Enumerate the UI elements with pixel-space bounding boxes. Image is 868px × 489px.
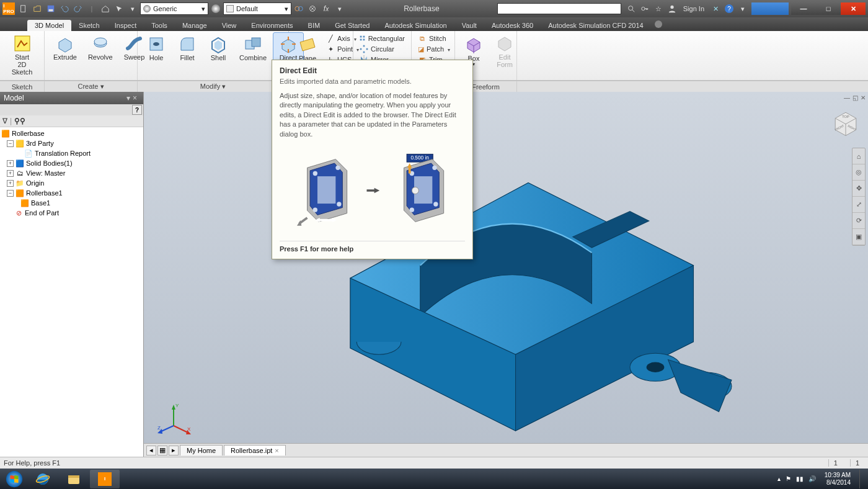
tree-end-of-part[interactable]: ⊘End of Part xyxy=(0,208,143,218)
tab-cfd[interactable]: Autodesk Simulation CFD 2014 xyxy=(541,20,650,31)
appearance-swatch-icon[interactable] xyxy=(210,2,222,15)
fillet-button[interactable]: Fillet xyxy=(172,32,202,63)
tab-get-started[interactable]: Get Started xyxy=(327,20,377,31)
tab-close-icon[interactable]: × xyxy=(275,447,278,454)
hole-button[interactable]: Hole xyxy=(141,32,171,63)
nav-home-icon[interactable]: ⌂ xyxy=(852,148,865,164)
tab-my-home[interactable]: My Home xyxy=(180,445,223,455)
stitch-button[interactable]: ⧉Stitch xyxy=(415,34,451,43)
nav-zoom-icon[interactable]: ⤢ xyxy=(852,197,865,213)
tree-origin[interactable]: +📁Origin xyxy=(0,178,143,188)
vp-close-icon[interactable]: ✕ xyxy=(861,94,866,101)
circular-button[interactable]: Circular xyxy=(357,44,407,54)
taskbar-explorer-icon[interactable] xyxy=(59,470,89,488)
taskbar-inventor-icon[interactable]: I xyxy=(90,470,120,488)
tab-inspect[interactable]: Inspect xyxy=(107,20,144,31)
key-icon[interactable] xyxy=(639,2,651,15)
tab-nav-next-icon[interactable]: ▸ xyxy=(169,446,179,455)
tab-nav-prev-icon[interactable]: ◂ xyxy=(146,446,156,455)
tree-solid-bodies[interactable]: +🟦Solid Bodies(1) xyxy=(0,158,143,168)
expand-icon[interactable]: + xyxy=(7,170,14,177)
tab-grid-icon[interactable]: ▦ xyxy=(157,446,167,455)
rectangular-button[interactable]: Rectangular xyxy=(357,34,407,43)
home-icon[interactable] xyxy=(99,2,112,15)
ribbon-overflow-icon[interactable] xyxy=(655,20,662,28)
browser-dropdown-icon[interactable]: ▾ xyxy=(126,94,130,102)
tray-up-icon[interactable]: ▴ xyxy=(777,475,781,482)
tab-rollerbase[interactable]: Rollerbase.ipt× xyxy=(224,445,286,455)
save-icon[interactable] xyxy=(45,2,57,15)
help-icon[interactable]: ? xyxy=(723,2,735,15)
start-button[interactable] xyxy=(1,470,27,488)
tab-vault[interactable]: Vault xyxy=(454,20,484,31)
tab-a360[interactable]: Autodesk 360 xyxy=(484,20,541,31)
tab-tools[interactable]: Tools xyxy=(144,20,175,31)
nav-steering-icon[interactable]: ◎ xyxy=(852,164,865,181)
qat-more-icon[interactable]: ▾ xyxy=(334,2,346,15)
view-cube[interactable]: TOP FRONT RIGHT xyxy=(828,105,863,140)
search-input[interactable] xyxy=(497,3,621,14)
tab-3d-model[interactable]: 3D Model xyxy=(27,20,71,31)
nav-bar[interactable]: ⌂ ◎ ✥ ⤢ ⟳ ▣ xyxy=(852,148,866,246)
exchange-icon[interactable]: ✕ xyxy=(709,2,722,15)
extrude-button[interactable]: Extrude xyxy=(48,32,82,62)
tray-volume-icon[interactable]: 🔊 xyxy=(808,475,816,482)
nav-lookat-icon[interactable]: ▣ xyxy=(852,229,865,245)
ribbon-dd-icon[interactable]: ▾ xyxy=(737,2,749,15)
browser-tree[interactable]: 🟧Rollerbase −🟨3rd Party 📄Translation Rep… xyxy=(0,127,143,457)
search-icon[interactable] xyxy=(625,2,637,15)
tab-environments[interactable]: Environments xyxy=(244,20,300,31)
tab-sketch[interactable]: Sketch xyxy=(71,20,107,31)
new-icon[interactable] xyxy=(17,2,30,15)
vp-min-icon[interactable]: — xyxy=(844,94,850,101)
revolve-button[interactable]: Revolve xyxy=(83,32,118,62)
collapse-icon[interactable]: − xyxy=(7,190,14,197)
expand-icon[interactable]: + xyxy=(7,180,14,187)
sign-in-link[interactable]: Sign In xyxy=(683,5,704,12)
nav-pan-icon[interactable]: ✥ xyxy=(852,181,865,197)
tab-manage[interactable]: Manage xyxy=(175,20,215,31)
combine-button[interactable]: Combine xyxy=(234,32,272,63)
tree-view-master[interactable]: +🗂View: Master xyxy=(0,168,143,178)
nav-orbit-icon[interactable]: ⟳ xyxy=(852,213,865,229)
fx-icon[interactable]: fx xyxy=(320,2,332,15)
vp-restore-icon[interactable]: ◱ xyxy=(852,94,858,101)
taskbar-clock[interactable]: 10:39 AM 8/4/2014 xyxy=(821,472,854,487)
adjust-icon[interactable] xyxy=(293,2,305,15)
collapse-icon[interactable]: − xyxy=(7,140,14,147)
tree-rollerbase1[interactable]: −🟧Rollerbase1 xyxy=(0,188,143,198)
panel-label-create[interactable]: Create ▾ xyxy=(45,81,138,92)
user-icon[interactable] xyxy=(666,2,678,15)
tab-view[interactable]: View xyxy=(215,20,244,31)
taskbar-ie-icon[interactable] xyxy=(28,470,58,488)
tray-flag-icon[interactable]: ⚑ xyxy=(786,475,791,482)
appearance-dropdown[interactable]: Default▾ xyxy=(223,2,291,15)
redo-icon[interactable] xyxy=(72,2,84,15)
close-button[interactable]: ✕ xyxy=(841,2,866,15)
undo-icon[interactable] xyxy=(58,2,71,15)
tab-bim[interactable]: BIM xyxy=(301,20,328,31)
maximize-button[interactable]: □ xyxy=(816,2,841,15)
app-logo-icon[interactable]: IPRO xyxy=(2,2,15,15)
shell-button[interactable]: Shell xyxy=(203,32,233,63)
find-icon[interactable]: ⚲⚲ xyxy=(14,117,25,125)
start-2d-sketch-button[interactable]: Start 2D Sketch xyxy=(4,32,40,77)
browser-close-icon[interactable]: × xyxy=(133,94,137,102)
browser-help-icon[interactable]: ? xyxy=(132,105,142,115)
tab-simulation[interactable]: Autodesk Simulation xyxy=(377,20,454,31)
viewport[interactable]: — ◱ ✕ xyxy=(144,92,868,457)
qat-dropdown-icon[interactable]: ▾ xyxy=(126,2,139,15)
show-desktop-button[interactable] xyxy=(859,470,864,488)
panel-label-modify[interactable]: Modify ▾ xyxy=(138,81,289,92)
tree-3rd-party[interactable]: −🟨3rd Party xyxy=(0,138,143,148)
open-icon[interactable] xyxy=(31,2,43,15)
star-icon[interactable]: ☆ xyxy=(652,2,665,15)
select-icon[interactable] xyxy=(113,2,125,15)
tree-translation-report[interactable]: 📄Translation Report xyxy=(0,148,143,158)
material-dropdown[interactable]: Generic▾ xyxy=(140,2,208,15)
tree-base1[interactable]: 🟧Base1 xyxy=(0,198,143,208)
tree-root[interactable]: 🟧Rollerbase xyxy=(0,128,143,138)
filter-icon[interactable]: ∇ xyxy=(2,117,7,125)
expand-icon[interactable]: + xyxy=(7,160,14,167)
minimize-button[interactable]: — xyxy=(791,2,816,15)
